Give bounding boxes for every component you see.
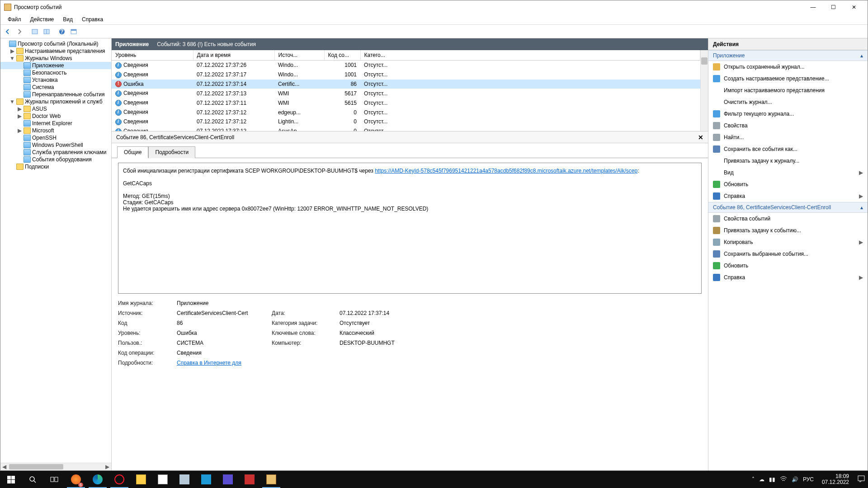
- toolbar-btn-4[interactable]: [68, 26, 79, 37]
- tree-node[interactable]: Приложение: [0, 62, 111, 69]
- svg-rect-0: [32, 29, 38, 34]
- action-item[interactable]: Обновить: [708, 260, 868, 272]
- actions-section-app[interactable]: Приложение▴: [708, 50, 868, 61]
- nav-forward-button[interactable]: [14, 26, 25, 37]
- tree-node[interactable]: События оборудования: [0, 156, 111, 163]
- action-item[interactable]: Найти...: [708, 131, 868, 143]
- taskbar-edge[interactable]: [87, 471, 108, 488]
- detail-close-button[interactable]: ✕: [698, 134, 703, 141]
- taskbar-app-8[interactable]: [217, 471, 239, 488]
- action-item[interactable]: Свойства событий: [708, 213, 868, 225]
- tree-node[interactable]: Internet Explorer: [0, 120, 111, 127]
- action-item[interactable]: Сохранить все события как...: [708, 143, 868, 155]
- taskbar-app-6[interactable]: [174, 471, 195, 488]
- event-row[interactable]: Сведения07.12.2022 17:37:11WMI5615Отсутс…: [112, 98, 700, 108]
- menu-action[interactable]: Действие: [26, 15, 59, 24]
- tree-node[interactable]: Подписки: [0, 163, 111, 170]
- start-button[interactable]: [0, 471, 22, 488]
- menu-file[interactable]: Файл: [3, 15, 26, 24]
- event-row[interactable]: Сведения07.12.2022 17:37:17Windo...1001О…: [112, 70, 700, 80]
- collapse-icon: ▴: [860, 204, 863, 211]
- action-item[interactable]: Справка▶: [708, 190, 868, 202]
- taskbar-opera[interactable]: [108, 471, 130, 488]
- tree-h-scrollbar[interactable]: ◀▶: [0, 463, 111, 470]
- tray-battery-icon[interactable]: ▮▮: [769, 476, 775, 483]
- action-item[interactable]: Привязать задачу к журналу...: [708, 155, 868, 167]
- tree-node[interactable]: Безопасность: [0, 69, 111, 76]
- action-item[interactable]: Свойства: [708, 120, 868, 131]
- actions-section-event[interactable]: Событие 86, CertificateServicesClient-Ce…: [708, 202, 868, 213]
- taskbar-app-9[interactable]: [239, 471, 260, 488]
- tab-general[interactable]: Общие: [117, 146, 148, 158]
- tree-node[interactable]: ▼Журналы Windows: [0, 55, 111, 62]
- taskbar-store[interactable]: [152, 471, 174, 488]
- tree-node[interactable]: Установка: [0, 76, 111, 84]
- tab-details[interactable]: Подробности: [148, 146, 195, 158]
- event-row[interactable]: Сведения07.12.2022 17:37:12AsusAp...0Отс…: [112, 127, 700, 131]
- action-item[interactable]: Импорт настраиваемого представления: [708, 84, 868, 96]
- minimize-button[interactable]: —: [803, 1, 823, 14]
- taskbar-eventvwr[interactable]: [260, 471, 282, 488]
- tray-wifi-icon[interactable]: [780, 476, 787, 483]
- tree-node[interactable]: ▼Журналы приложений и служб: [0, 98, 111, 105]
- column-header[interactable]: Катего...: [360, 50, 700, 61]
- tree-node[interactable]: Перенаправленные события: [0, 91, 111, 98]
- log-icon: [24, 120, 31, 127]
- column-header[interactable]: Источ...: [274, 50, 324, 61]
- log-icon: [24, 135, 31, 141]
- nav-back-button[interactable]: [2, 26, 13, 37]
- action-item[interactable]: Копировать▶: [708, 236, 868, 248]
- task-view-button[interactable]: [43, 471, 65, 488]
- menu-help[interactable]: Справка: [77, 15, 108, 24]
- action-item[interactable]: Создать настраиваемое представление...: [708, 73, 868, 84]
- tree-node[interactable]: Просмотр событий (Локальный): [0, 40, 111, 47]
- online-help-link[interactable]: Справка в Интернете для: [177, 360, 241, 366]
- action-item[interactable]: Фильтр текущего журнала...: [708, 108, 868, 120]
- tree-node[interactable]: ▶Настраиваемые представления: [0, 47, 111, 55]
- grid-v-scrollbar[interactable]: [700, 50, 708, 131]
- menu-view[interactable]: Вид: [58, 15, 77, 24]
- action-item[interactable]: Обновить: [708, 178, 868, 190]
- tray-notifications-icon[interactable]: [857, 475, 865, 484]
- toolbar-btn-1[interactable]: [29, 26, 40, 37]
- taskbar-explorer[interactable]: [130, 471, 152, 488]
- tray-expand-icon[interactable]: ˄: [752, 476, 755, 483]
- event-message-link[interactable]: https://AMD-KeyId-578c545f796951421221a4…: [375, 168, 637, 174]
- tree-node[interactable]: ▶ASUS: [0, 105, 111, 113]
- tray-onedrive-icon[interactable]: ☁: [759, 476, 764, 483]
- column-header[interactable]: Дата и время: [193, 50, 274, 61]
- toolbar-btn-2[interactable]: [41, 26, 52, 37]
- event-row[interactable]: Сведения07.12.2022 17:37:12edgeup...0Отс…: [112, 108, 700, 117]
- taskbar-app-1[interactable]: 6: [65, 471, 87, 488]
- tree-node[interactable]: Windows PowerShell: [0, 141, 111, 149]
- tree-node[interactable]: OpenSSH: [0, 134, 111, 141]
- action-item[interactable]: Вид▶: [708, 167, 868, 178]
- event-grid[interactable]: УровеньДата и времяИсточ...Код со...Кате…: [112, 50, 700, 131]
- maximize-button[interactable]: ☐: [823, 1, 844, 14]
- event-message[interactable]: Сбой инициализации регистрации сертифика…: [118, 163, 702, 294]
- event-row[interactable]: Сведения07.12.2022 17:37:26Windo...1001О…: [112, 61, 700, 70]
- event-row[interactable]: Ошибка07.12.2022 17:37:14Certific...86От…: [112, 80, 700, 89]
- tray-language[interactable]: РУС: [803, 476, 814, 483]
- tree-node[interactable]: ▶Doctor Web: [0, 113, 111, 120]
- action-item[interactable]: Сохранить выбранные события...: [708, 248, 868, 260]
- tree-node[interactable]: ▶Microsoft: [0, 127, 111, 134]
- event-row[interactable]: Сведения07.12.2022 17:37:13WMI5617Отсутс…: [112, 89, 700, 98]
- action-item[interactable]: Очистить журнал...: [708, 96, 868, 108]
- error-icon: [115, 81, 122, 87]
- action-item[interactable]: Привязать задачу к событию...: [708, 225, 868, 236]
- tray-clock[interactable]: 18:09 07.12.2022: [818, 474, 853, 485]
- action-item[interactable]: Справка▶: [708, 272, 868, 283]
- help-button[interactable]: ?: [57, 26, 67, 37]
- action-item[interactable]: Открыть сохраненный журнал...: [708, 61, 868, 73]
- event-row[interactable]: Сведения07.12.2022 17:37:12Lightin...0От…: [112, 117, 700, 127]
- tree-node[interactable]: Служба управления ключами: [0, 149, 111, 156]
- info-icon: [115, 100, 122, 106]
- close-button[interactable]: ✕: [844, 1, 864, 14]
- taskbar-app-7[interactable]: [195, 471, 217, 488]
- column-header[interactable]: Код со...: [324, 50, 360, 61]
- search-button[interactable]: [22, 471, 43, 488]
- tray-volume-icon[interactable]: 🔊: [792, 476, 798, 483]
- tree-node[interactable]: Система: [0, 84, 111, 91]
- column-header[interactable]: Уровень: [112, 50, 193, 61]
